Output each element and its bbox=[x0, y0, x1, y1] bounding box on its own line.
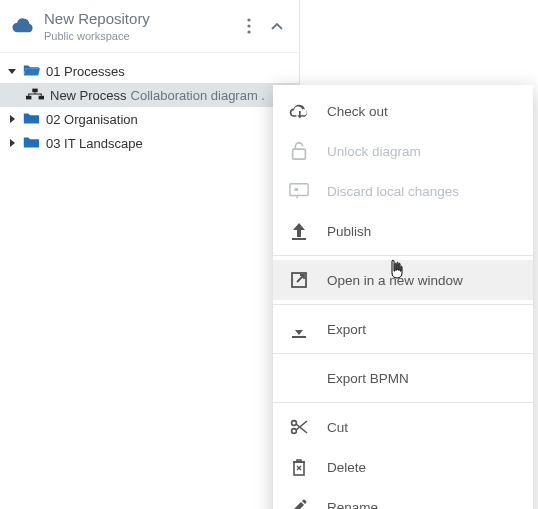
caret-down-icon[interactable] bbox=[6, 67, 18, 75]
menu-label: Export BPMN bbox=[327, 371, 409, 386]
menu-export[interactable]: Export bbox=[273, 309, 533, 349]
menu-unlock-diagram: Unlock diagram bbox=[273, 131, 533, 171]
tree-sublabel: Collaboration diagram . bbox=[131, 88, 265, 103]
tree-label: 01 Processes bbox=[46, 64, 125, 79]
cloud-download-icon bbox=[289, 101, 309, 121]
more-options-button[interactable] bbox=[235, 12, 263, 40]
caret-right-icon[interactable] bbox=[6, 139, 18, 147]
menu-check-out[interactable]: Check out bbox=[273, 91, 533, 131]
menu-separator bbox=[273, 255, 533, 256]
folder-open-icon bbox=[22, 63, 40, 80]
svg-point-0 bbox=[247, 18, 250, 21]
repository-sidebar: New Repository Public workspace 01 Proce… bbox=[0, 0, 300, 509]
svg-point-2 bbox=[247, 30, 250, 33]
menu-label: Delete bbox=[327, 460, 366, 475]
svg-rect-11 bbox=[292, 336, 306, 338]
folder-icon bbox=[22, 111, 40, 128]
menu-label: Publish bbox=[327, 224, 371, 239]
svg-rect-5 bbox=[39, 95, 44, 99]
menu-separator bbox=[273, 304, 533, 305]
svg-rect-3 bbox=[32, 88, 37, 92]
tree-item-new-process[interactable]: New Process Collaboration diagram . bbox=[0, 83, 299, 107]
menu-label: Cut bbox=[327, 420, 348, 435]
menu-rename[interactable]: Rename bbox=[273, 487, 533, 509]
repository-subtitle: Public workspace bbox=[44, 30, 235, 42]
menu-label: Rename bbox=[327, 500, 378, 510]
menu-delete[interactable]: Delete bbox=[273, 447, 533, 487]
unlock-icon bbox=[289, 141, 309, 161]
context-menu: Check out Unlock diagram Discard local c… bbox=[273, 85, 533, 509]
menu-discard-changes: Discard local changes bbox=[273, 171, 533, 211]
tree-label: 03 IT Landscape bbox=[46, 136, 143, 151]
svg-point-1 bbox=[247, 24, 250, 27]
repository-header: New Repository Public workspace bbox=[0, 0, 299, 53]
menu-label: Export bbox=[327, 322, 366, 337]
menu-label: Open in a new window bbox=[327, 273, 463, 288]
menu-open-new-window[interactable]: Open in a new window bbox=[273, 260, 533, 300]
svg-rect-8 bbox=[294, 188, 298, 191]
svg-rect-9 bbox=[292, 238, 306, 240]
repository-tree: 01 Processes New Process Collaboration d… bbox=[0, 53, 299, 155]
svg-rect-7 bbox=[290, 184, 308, 196]
folder-icon bbox=[22, 135, 40, 152]
tree-folder-processes[interactable]: 01 Processes bbox=[0, 59, 299, 83]
caret-right-icon[interactable] bbox=[6, 115, 18, 123]
menu-separator bbox=[273, 402, 533, 403]
repository-title: New Repository bbox=[44, 10, 235, 28]
scissors-icon bbox=[289, 417, 309, 437]
discard-icon bbox=[289, 181, 309, 201]
repository-title-block: New Repository Public workspace bbox=[44, 10, 235, 42]
tree-folder-organisation[interactable]: 02 Organisation bbox=[0, 107, 299, 131]
menu-separator bbox=[273, 353, 533, 354]
download-icon bbox=[289, 319, 309, 339]
tree-label: 02 Organisation bbox=[46, 112, 138, 127]
cloud-icon bbox=[12, 17, 34, 36]
svg-rect-6 bbox=[293, 149, 306, 159]
open-external-icon bbox=[289, 270, 309, 290]
tree-label: New Process bbox=[50, 88, 127, 103]
collapse-button[interactable] bbox=[263, 12, 291, 40]
menu-export-bpmn[interactable]: Export BPMN bbox=[273, 358, 533, 398]
menu-label: Check out bbox=[327, 104, 388, 119]
menu-cut[interactable]: Cut bbox=[273, 407, 533, 447]
tree-folder-it-landscape[interactable]: 03 IT Landscape bbox=[0, 131, 299, 155]
trash-icon bbox=[289, 457, 309, 477]
menu-publish[interactable]: Publish bbox=[273, 211, 533, 251]
menu-label: Discard local changes bbox=[327, 184, 459, 199]
diagram-icon bbox=[26, 88, 44, 103]
menu-label: Unlock diagram bbox=[327, 144, 421, 159]
svg-rect-4 bbox=[26, 95, 31, 99]
publish-icon bbox=[289, 221, 309, 241]
pencil-icon bbox=[289, 497, 309, 509]
